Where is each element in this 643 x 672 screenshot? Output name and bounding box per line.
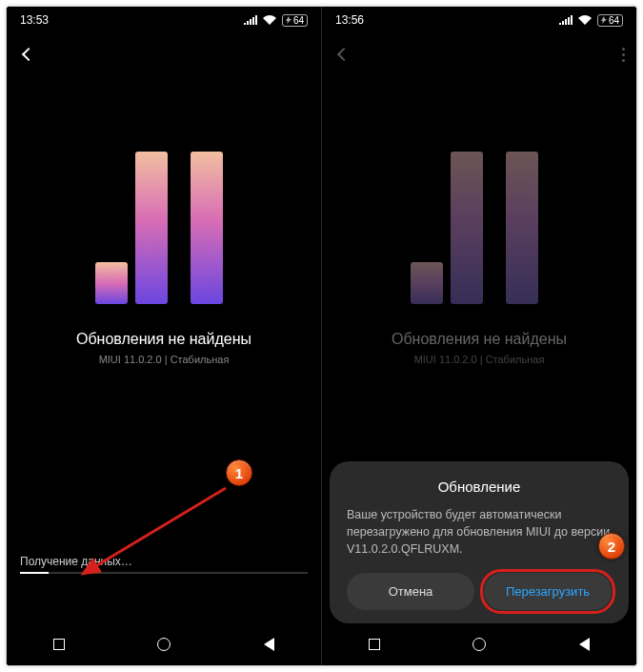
status-bar: 13:53 64 xyxy=(7,7,321,33)
update-status-subtitle: MIUI 11.0.2.0 | Стабильная xyxy=(99,354,230,365)
callout-badge-2: 2 xyxy=(598,533,625,560)
nav-recent-button[interactable] xyxy=(369,639,380,650)
nav-recent-button[interactable] xyxy=(53,639,65,650)
wifi-icon xyxy=(263,15,276,25)
battery-badge: 64 xyxy=(282,14,308,27)
progress-bar xyxy=(20,572,308,574)
update-status-title: Обновления не найдены xyxy=(76,331,251,348)
signal-icon xyxy=(244,15,257,25)
nav-back-button[interactable] xyxy=(264,638,274,651)
back-button[interactable] xyxy=(333,44,354,65)
more-button[interactable] xyxy=(622,48,625,62)
status-bar: 13:56 64 xyxy=(322,7,636,33)
loading-text: Получение данных… xyxy=(20,555,308,568)
triangle-icon xyxy=(264,638,274,651)
miui11-logo xyxy=(78,142,250,304)
left-phone: 13:53 64 Обновления не найдены MI xyxy=(7,7,321,665)
android-navbar xyxy=(7,623,321,665)
nav-home-button[interactable] xyxy=(157,638,171,651)
android-navbar xyxy=(322,623,636,665)
square-icon xyxy=(53,639,65,650)
callout-badge-1: 1 xyxy=(226,459,252,486)
header-bar xyxy=(7,33,321,75)
status-time: 13:53 xyxy=(20,13,49,27)
back-button[interactable] xyxy=(18,44,39,65)
status-time: 13:56 xyxy=(335,13,364,27)
wifi-icon xyxy=(578,15,592,25)
confirm-reboot-button[interactable]: Перезагрузить xyxy=(484,573,612,610)
signal-icon xyxy=(559,15,573,25)
right-phone: 13:56 64 Обновле xyxy=(322,7,636,665)
update-status-title: Обновления не найдены xyxy=(392,331,567,348)
dialog-title: Обновление xyxy=(347,479,612,495)
update-status-subtitle: MIUI 11.0.2.0 | Стабильная xyxy=(414,354,545,365)
chevron-left-icon xyxy=(337,48,351,61)
circle-icon xyxy=(157,638,171,651)
circle-icon xyxy=(472,638,486,651)
triangle-icon xyxy=(579,638,590,651)
nav-home-button[interactable] xyxy=(472,638,486,651)
miui11-logo xyxy=(393,142,565,304)
cancel-button[interactable]: Отмена xyxy=(347,573,474,610)
chevron-left-icon xyxy=(22,48,35,61)
dialog-message: Ваше устройство будет автоматически пере… xyxy=(347,506,612,558)
update-dialog: Обновление Ваше устройство будет автомат… xyxy=(330,461,629,623)
square-icon xyxy=(369,639,380,650)
nav-back-button[interactable] xyxy=(579,638,590,651)
loading-area: Получение данных… xyxy=(20,555,308,574)
header-bar xyxy=(322,33,636,75)
battery-badge: 64 xyxy=(597,14,623,27)
